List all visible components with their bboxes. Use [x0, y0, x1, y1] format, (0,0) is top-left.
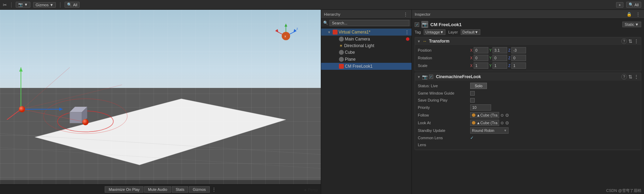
cm-camera-icon [332, 29, 338, 35]
look-at-picker[interactable]: ▲Cube (Tra [470, 120, 499, 126]
transform-icon: ↔ [422, 38, 428, 44]
scene-canvas: x Z ◄ Persp Maximize On Play Mute Audio … [0, 10, 321, 194]
standby-update-row: → Standby Update Round Robin ▼ [418, 127, 638, 134]
tag-label: Tag [415, 30, 421, 34]
cm-active-checkbox[interactable]: ✓ [429, 75, 433, 79]
tree-item-cm-freelook[interactable]: CM FreeLook1 [321, 63, 412, 70]
scale-z[interactable] [511, 62, 526, 69]
go-icon [339, 36, 344, 42]
active-checkbox[interactable]: ✓ [415, 22, 419, 27]
position-x[interactable] [474, 47, 488, 53]
follow-gear-btn[interactable]: ⚙ [505, 113, 509, 118]
inspector-lock-btn[interactable]: 🔒 [626, 12, 633, 17]
search-btn[interactable]: 🔍 All [65, 2, 80, 8]
more-dots[interactable]: ⋮ [212, 187, 216, 192]
follow-row: → Follow ▲Cube (Tra ⊙ ⚙ [418, 111, 638, 119]
game-window-guide-label: Game Window Guide [418, 91, 470, 95]
static-btn[interactable]: Static ▼ [622, 22, 641, 27]
inspector-menu-btn[interactable]: ⋮ [635, 12, 641, 17]
hierarchy-search-input[interactable] [330, 20, 409, 26]
priority-input[interactable] [470, 104, 491, 111]
maximize-on-play-btn[interactable]: Maximize On Play [105, 186, 143, 193]
cm-more-btn[interactable]: ⋮ [634, 74, 639, 80]
camera-mode-btn[interactable]: 📷 ▼ [16, 2, 30, 8]
rotation-value: X Y Z [470, 55, 638, 61]
add-btn[interactable]: + [616, 2, 623, 8]
hierarchy-header: Hierarchy ⋮ [321, 10, 412, 19]
position-z[interactable] [511, 47, 526, 53]
cm-settings-btn[interactable]: ⇅ [628, 74, 632, 80]
main-row: x Z ◄ Persp Maximize On Play Mute Audio … [0, 10, 644, 194]
cinemachine-component: ▼ 📷 ✓ CinemachineFreeLook ? ⇅ ⋮ Status: … [415, 73, 641, 150]
tools-icon: ✂ [3, 2, 7, 8]
inspector-content: ✓ 📷 CM FreeLook1 Static ▼ Tag Untagge▼ L… [412, 19, 644, 194]
go-icon-cube [339, 50, 344, 55]
position-label: Position [418, 48, 470, 52]
lens-label: Lens [418, 143, 470, 147]
follow-target-btn[interactable]: ⊙ [501, 113, 504, 118]
plus-icon: + [619, 3, 621, 7]
look-at-picker-icon [472, 121, 475, 125]
cinemachine-title: CinemachineFreeLook [436, 74, 620, 79]
search-btn2[interactable]: 🔍 All [626, 2, 641, 8]
follow-picker-icon [472, 113, 475, 117]
hierarchy-tree: ▼ Virtual Camera1* ⋮ Main Camera ☀ Di [321, 27, 412, 194]
hierarchy-title: Hierarchy [324, 12, 340, 16]
hierarchy-menu-btn[interactable]: ⋮ [402, 12, 409, 17]
inspector-tag-row: Tag Untagge▼ Layer Default▼ [415, 29, 641, 35]
tree-item-virtual-camera[interactable]: ▼ Virtual Camera1* ⋮ [321, 29, 412, 36]
layer-dropdown[interactable]: Default▼ [461, 29, 480, 35]
rotation-row: Rotation X Y Z [418, 54, 638, 62]
mute-audio-btn[interactable]: Mute Audio [144, 186, 171, 193]
save-during-play-checkbox[interactable] [470, 98, 475, 103]
game-window-guide-row: Game Window Guide [418, 90, 638, 97]
x-label: X [470, 48, 473, 52]
standby-update-label: Standby Update [418, 128, 470, 133]
hierarchy-panel: Hierarchy ⋮ 🔍 ▼ Virtual Camera1* ⋮ [321, 10, 412, 194]
grid-overlay [0, 10, 321, 194]
transform-settings-btn[interactable]: ⇅ [628, 38, 632, 44]
y-label: Y [489, 48, 492, 52]
scene-view[interactable]: x Z ◄ Persp Maximize On Play Mute Audio … [0, 10, 321, 194]
item-menu-dots[interactable]: ⋮ [405, 29, 409, 35]
gizmos-btn[interactable]: Gizmos ▼ [33, 2, 56, 8]
standby-update-dropdown[interactable]: Round Robin ▼ [470, 127, 509, 134]
inspector-title: Inspector [415, 12, 430, 16]
rotation-x[interactable] [474, 55, 488, 61]
sz-label: Z [508, 64, 510, 68]
look-at-target-btn[interactable]: ⊙ [501, 121, 504, 125]
inspector-panel: Inspector 🔒 ⋮ ✓ 📷 CM FreeLook1 Static ▼ … [412, 10, 644, 194]
tag-dropdown[interactable]: Untagge▼ [424, 29, 445, 35]
position-y[interactable] [493, 47, 507, 53]
lens-row: Lens [418, 141, 638, 148]
game-window-guide-checkbox[interactable] [470, 91, 475, 96]
search-all-label: All [73, 3, 77, 7]
tree-item-plane[interactable]: Plane [321, 56, 412, 63]
follow-picker[interactable]: ▲Cube (Tra [470, 112, 499, 118]
rz-label: Z [508, 56, 510, 60]
tree-item-cube[interactable]: Cube [321, 49, 412, 56]
look-at-gear-btn[interactable]: ⚙ [505, 120, 509, 126]
rotation-y[interactable] [493, 55, 507, 61]
cm-help-btn[interactable]: ? [621, 74, 627, 80]
scale-y[interactable] [493, 62, 507, 69]
cinemachine-header[interactable]: ▼ 📷 ✓ CinemachineFreeLook ? ⇅ ⋮ [415, 73, 641, 81]
solo-button[interactable]: Solo [470, 83, 487, 89]
static-dropdown-arrow: ▼ [635, 22, 639, 27]
transform-more-btn[interactable]: ⋮ [634, 38, 639, 44]
status-value: Solo [470, 83, 638, 89]
tree-item-directional-light[interactable]: ☀ Directional Light [321, 43, 412, 49]
transform-header[interactable]: ▼ ↔ Transform ? ⇅ ⋮ [415, 37, 641, 45]
status-label: Status: Live [418, 84, 470, 88]
stats-btn[interactable]: Stats [172, 186, 188, 193]
scale-value: X Y Z [470, 62, 638, 69]
transform-help-btn[interactable]: ? [621, 38, 627, 44]
virtual-camera-label: Virtual Camera1* [339, 30, 404, 35]
standby-red-arrow: → [412, 127, 413, 134]
gizmos-scene-btn[interactable]: Gizmos [189, 186, 209, 193]
scale-x[interactable] [474, 62, 488, 69]
tree-item-main-camera[interactable]: Main Camera [321, 36, 412, 43]
inspector-header: Inspector 🔒 ⋮ [412, 10, 644, 19]
cube-label: Cube [345, 50, 412, 55]
rotation-z[interactable] [511, 55, 526, 61]
